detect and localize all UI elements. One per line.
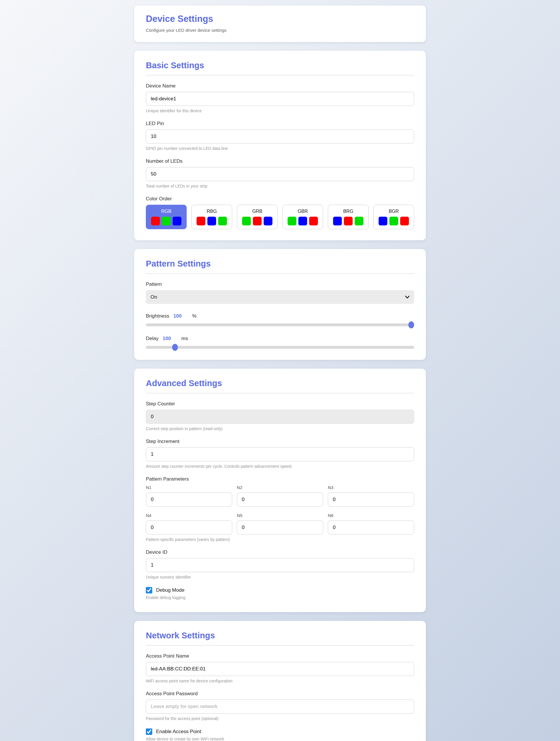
- device-id-input[interactable]: [146, 558, 414, 572]
- led-pin-input[interactable]: [146, 130, 414, 143]
- delay-value[interactable]: 100: [163, 336, 171, 341]
- color-order-field: Color Order RGBRBGGRBGBRBRGBGR: [146, 196, 414, 229]
- delay-slider[interactable]: [146, 346, 414, 349]
- brightness-unit: %: [192, 313, 197, 319]
- section-divider: [146, 645, 414, 646]
- page-subtitle: Configure your LED driver device setting…: [146, 28, 414, 32]
- color-swatch: [288, 217, 296, 225]
- debug-mode-helper: Enable debug logging: [146, 595, 414, 600]
- param-label: N3: [328, 485, 414, 490]
- color-order-group: RGBRBGGRBGBRBRGBGR: [146, 205, 414, 229]
- ap-password-input[interactable]: [146, 699, 414, 714]
- device-name-label: Device Name: [146, 83, 414, 89]
- num-leds-label: Number of LEDs: [146, 158, 414, 164]
- param-input-n2[interactable]: [237, 492, 323, 507]
- ap-password-helper: Password for the access point (optional): [146, 716, 414, 721]
- color-swatches: [288, 217, 318, 225]
- advanced-settings-card: Advanced Settings Step Counter Current s…: [134, 368, 426, 612]
- step-counter-helper: Current step position in pattern (read-o…: [146, 426, 414, 431]
- color-order-option-label: RGB: [161, 209, 172, 214]
- step-increment-helper: Amount step counter increments per cycle…: [146, 464, 414, 469]
- settings-page: Device Settings Configure your LED drive…: [134, 0, 426, 741]
- param-label: N2: [237, 485, 323, 490]
- param-cell-n3: N3: [328, 485, 414, 507]
- step-counter-input: [146, 410, 414, 424]
- color-swatch: [151, 217, 160, 225]
- basic-settings-card: Basic Settings Device Name Unique identi…: [134, 51, 426, 240]
- section-divider: [146, 273, 414, 274]
- debug-mode-checkbox[interactable]: [146, 587, 152, 594]
- device-name-input[interactable]: [146, 92, 414, 106]
- color-swatch: [309, 217, 318, 225]
- pattern-select[interactable]: On: [146, 290, 414, 304]
- param-cell-n1: N1: [146, 485, 232, 507]
- enable-ap-helper: Allow device to create its own WiFi netw…: [146, 737, 414, 741]
- device-name-field: Device Name Unique identifier for this d…: [146, 83, 414, 113]
- color-order-button-brg[interactable]: BRG: [328, 205, 369, 229]
- param-cell-n4: N4: [146, 513, 232, 535]
- pattern-label: Pattern: [146, 281, 414, 287]
- param-input-n3[interactable]: [328, 492, 414, 507]
- color-swatch: [400, 217, 409, 225]
- pattern-params-grid: N1N2N3N4N5N6: [146, 485, 414, 535]
- ap-password-label: Access Point Password: [146, 691, 414, 697]
- page-title: Device Settings: [146, 14, 414, 24]
- param-cell-n6: N6: [328, 513, 414, 535]
- basic-settings-title: Basic Settings: [146, 61, 414, 70]
- color-swatches: [197, 217, 227, 225]
- header-card: Device Settings Configure your LED drive…: [134, 6, 426, 42]
- enable-ap-field: Enable Access Point Allow device to crea…: [146, 729, 414, 741]
- advanced-settings-title: Advanced Settings: [146, 379, 414, 388]
- color-order-button-rgb[interactable]: RGB: [146, 205, 187, 229]
- color-order-button-gbr[interactable]: GBR: [282, 205, 323, 229]
- brightness-field: Brightness 100 %: [146, 313, 414, 326]
- color-order-option-label: BGR: [389, 209, 399, 214]
- enable-ap-checkbox[interactable]: [146, 729, 152, 735]
- color-order-option-label: GRB: [252, 209, 262, 214]
- device-id-helper: Unique numeric identifier: [146, 575, 414, 580]
- param-input-n6[interactable]: [328, 521, 414, 535]
- led-pin-field: LED Pin GPIO pin number connected to LED…: [146, 121, 414, 151]
- pattern-params-field: Pattern Parameters N1N2N3N4N5N6 Pattern-…: [146, 476, 414, 542]
- color-order-option-label: BRG: [343, 209, 354, 214]
- brightness-slider[interactable]: [146, 323, 414, 326]
- ap-name-input[interactable]: [146, 662, 414, 676]
- num-leds-helper: Total number of LEDs in your strip: [146, 184, 414, 188]
- delay-field: Delay 100 ms: [146, 336, 414, 349]
- param-input-n4[interactable]: [146, 521, 232, 535]
- device-id-label: Device ID: [146, 549, 414, 555]
- param-input-n5[interactable]: [237, 521, 323, 535]
- pattern-params-helper: Pattern-specific parameters (varies by p…: [146, 537, 414, 542]
- color-order-button-bgr[interactable]: BGR: [373, 205, 414, 229]
- led-pin-label: LED Pin: [146, 121, 414, 127]
- color-swatch: [379, 217, 387, 225]
- pattern-settings-card: Pattern Settings Pattern On Brightness 1…: [134, 249, 426, 360]
- enable-ap-label: Enable Access Point: [156, 729, 201, 735]
- param-input-n1[interactable]: [146, 492, 232, 507]
- step-increment-input[interactable]: [146, 447, 414, 461]
- step-counter-field: Step Counter Current step position in pa…: [146, 401, 414, 431]
- color-swatches: [151, 217, 181, 225]
- color-order-button-rbg[interactable]: RBG: [191, 205, 232, 229]
- step-increment-field: Step Increment Amount step counter incre…: [146, 439, 414, 469]
- brightness-value[interactable]: 100: [173, 313, 181, 319]
- ap-name-field: Access Point Name WiFi access point name…: [146, 653, 414, 683]
- color-swatch: [253, 217, 262, 225]
- color-order-button-grb[interactable]: GRB: [237, 205, 278, 229]
- color-swatch: [389, 217, 398, 225]
- param-label: N6: [328, 513, 414, 518]
- network-settings-card: Network Settings Access Point Name WiFi …: [134, 621, 426, 741]
- color-swatch: [333, 217, 342, 225]
- pattern-params-label: Pattern Parameters: [146, 476, 414, 482]
- color-swatch: [162, 217, 171, 225]
- pattern-settings-title: Pattern Settings: [146, 259, 414, 269]
- device-name-helper: Unique identifier for this device: [146, 109, 414, 113]
- num-leds-input[interactable]: [146, 167, 414, 181]
- color-swatch: [264, 217, 272, 225]
- delay-unit: ms: [181, 336, 188, 341]
- step-increment-label: Step Increment: [146, 439, 414, 445]
- ap-name-label: Access Point Name: [146, 653, 414, 659]
- color-order-label: Color Order: [146, 196, 414, 202]
- color-swatch: [173, 217, 181, 225]
- color-swatch: [207, 217, 216, 225]
